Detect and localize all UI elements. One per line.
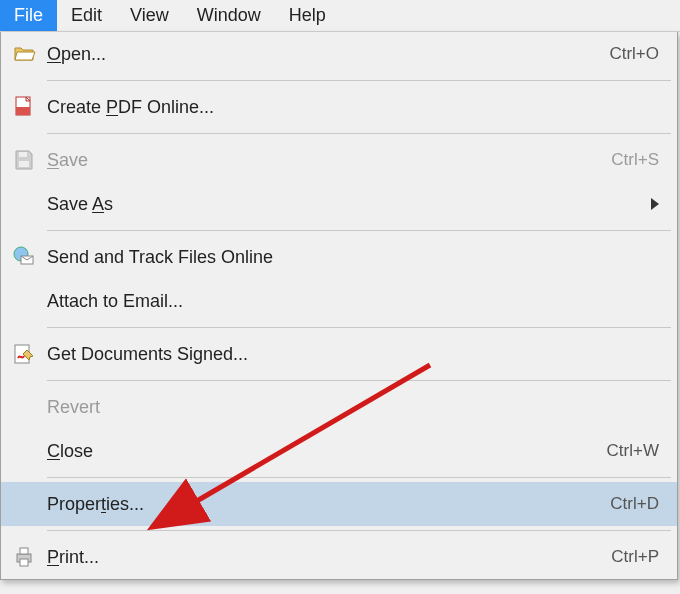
- pdf-icon: [1, 95, 47, 119]
- menu-separator: [47, 230, 671, 231]
- svg-rect-3: [19, 161, 29, 167]
- menu-item-save: Save Ctrl+S: [1, 138, 677, 182]
- menu-item-label: Create PDF Online...: [47, 97, 659, 118]
- menu-item-print[interactable]: Print... Ctrl+P: [1, 535, 677, 579]
- menu-item-label: Print...: [47, 547, 611, 568]
- menubar-item-window[interactable]: Window: [183, 0, 275, 31]
- menu-item-shortcut: Ctrl+P: [611, 547, 659, 567]
- menu-item-open[interactable]: Open... Ctrl+O: [1, 32, 677, 76]
- printer-icon: [1, 545, 47, 569]
- menu-item-label: Revert: [47, 397, 659, 418]
- menu-item-properties[interactable]: Properties... Ctrl+D: [1, 482, 677, 526]
- menubar-item-edit[interactable]: Edit: [57, 0, 116, 31]
- menu-item-shortcut: Ctrl+W: [607, 441, 659, 461]
- menu-separator: [47, 380, 671, 381]
- floppy-disk-icon: [1, 148, 47, 172]
- menu-item-create-pdf-online[interactable]: Create PDF Online...: [1, 85, 677, 129]
- menu-item-label: Send and Track Files Online: [47, 247, 659, 268]
- signature-icon: [1, 342, 47, 366]
- menu-item-get-documents-signed[interactable]: Get Documents Signed...: [1, 332, 677, 376]
- menu-separator: [47, 477, 671, 478]
- svg-rect-1: [16, 107, 30, 115]
- svg-rect-2: [19, 152, 27, 157]
- menubar-item-help[interactable]: Help: [275, 0, 340, 31]
- folder-open-icon: [1, 42, 47, 66]
- svg-rect-9: [20, 559, 28, 566]
- menu-separator: [47, 530, 671, 531]
- menu-item-label: Get Documents Signed...: [47, 344, 659, 365]
- menu-item-revert: Revert: [1, 385, 677, 429]
- menu-item-shortcut: Ctrl+S: [611, 150, 659, 170]
- globe-mail-icon: [1, 245, 47, 269]
- menu-item-label: Attach to Email...: [47, 291, 659, 312]
- menu-item-label: Close: [47, 441, 607, 462]
- menu-separator: [47, 327, 671, 328]
- menu-item-label: Save: [47, 150, 611, 171]
- menu-item-shortcut: Ctrl+O: [609, 44, 659, 64]
- menu-item-shortcut: Ctrl+D: [610, 494, 659, 514]
- menu-separator: [47, 133, 671, 134]
- menubar: File Edit View Window Help: [0, 0, 680, 32]
- menubar-item-file[interactable]: File: [0, 0, 57, 31]
- menu-item-send-and-track[interactable]: Send and Track Files Online: [1, 235, 677, 279]
- svg-rect-8: [20, 548, 28, 554]
- menu-item-save-as[interactable]: Save As: [1, 182, 677, 226]
- menu-separator: [47, 80, 671, 81]
- menu-item-label: Properties...: [47, 494, 610, 515]
- menu-item-label: Open...: [47, 44, 609, 65]
- menu-item-label: Save As: [47, 194, 643, 215]
- menu-item-close[interactable]: Close Ctrl+W: [1, 429, 677, 473]
- menubar-item-view[interactable]: View: [116, 0, 183, 31]
- submenu-arrow-icon: [651, 198, 659, 210]
- file-menu-dropdown: Open... Ctrl+O Create PDF Online... Save…: [0, 32, 678, 580]
- menu-item-attach-to-email[interactable]: Attach to Email...: [1, 279, 677, 323]
